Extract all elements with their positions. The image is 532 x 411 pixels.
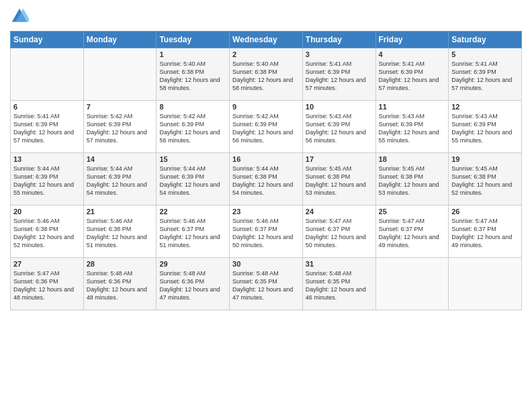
day-cell: 8Sunrise: 5:42 AMSunset: 6:39 PMDaylight… (157, 101, 230, 153)
calendar-table: SundayMondayTuesdayWednesdayThursdayFrid… (10, 31, 522, 310)
day-number: 14 (87, 155, 154, 163)
day-cell: 20Sunrise: 5:46 AMSunset: 6:38 PMDayligh… (11, 205, 84, 258)
day-number: 13 (13, 155, 81, 163)
week-row-5: 27Sunrise: 5:47 AMSunset: 6:36 PMDayligh… (11, 258, 522, 310)
day-info: Sunrise: 5:42 AMSunset: 6:39 PMDaylight:… (159, 112, 226, 145)
day-number: 28 (87, 260, 154, 268)
header-thursday: Thursday (302, 32, 375, 48)
day-info: Sunrise: 5:41 AMSunset: 6:39 PMDaylight:… (13, 112, 81, 145)
day-info: Sunrise: 5:40 AMSunset: 6:38 PMDaylight:… (159, 60, 226, 93)
day-info: Sunrise: 5:43 AMSunset: 6:39 PMDaylight:… (379, 112, 446, 145)
day-cell: 10Sunrise: 5:43 AMSunset: 6:39 PMDayligh… (302, 101, 375, 153)
day-info: Sunrise: 5:47 AMSunset: 6:37 PMDaylight:… (451, 217, 519, 250)
week-row-3: 13Sunrise: 5:44 AMSunset: 6:39 PMDayligh… (11, 153, 522, 205)
day-number: 2 (232, 50, 300, 58)
page: SundayMondayTuesdayWednesdayThursdayFrid… (0, 0, 532, 411)
day-info: Sunrise: 5:45 AMSunset: 6:38 PMDaylight:… (306, 165, 373, 197)
day-info: Sunrise: 5:42 AMSunset: 6:39 PMDaylight:… (232, 112, 300, 145)
day-number: 11 (379, 103, 446, 111)
day-info: Sunrise: 5:48 AMSunset: 6:35 PMDaylight:… (306, 269, 373, 302)
day-info: Sunrise: 5:46 AMSunset: 6:38 PMDaylight:… (87, 217, 154, 250)
day-cell: 1Sunrise: 5:40 AMSunset: 6:38 PMDaylight… (157, 48, 230, 101)
day-number: 21 (87, 208, 154, 216)
day-info: Sunrise: 5:48 AMSunset: 6:35 PMDaylight:… (232, 269, 300, 302)
day-number: 3 (306, 50, 373, 58)
day-number: 29 (159, 260, 226, 268)
day-number: 30 (232, 260, 300, 268)
day-info: Sunrise: 5:46 AMSunset: 6:38 PMDaylight:… (13, 217, 81, 250)
week-row-1: 1Sunrise: 5:40 AMSunset: 6:38 PMDaylight… (11, 48, 522, 101)
header (10, 7, 522, 26)
day-number: 7 (87, 103, 154, 111)
day-cell: 2Sunrise: 5:40 AMSunset: 6:38 PMDaylight… (230, 48, 303, 101)
day-number: 9 (232, 103, 300, 111)
header-tuesday: Tuesday (157, 32, 230, 48)
day-info: Sunrise: 5:40 AMSunset: 6:38 PMDaylight:… (232, 60, 300, 93)
day-info: Sunrise: 5:44 AMSunset: 6:39 PMDaylight:… (87, 165, 154, 197)
day-cell: 22Sunrise: 5:46 AMSunset: 6:37 PMDayligh… (157, 205, 230, 258)
day-cell: 6Sunrise: 5:41 AMSunset: 6:39 PMDaylight… (11, 101, 84, 153)
logo (10, 7, 30, 26)
day-info: Sunrise: 5:45 AMSunset: 6:38 PMDaylight:… (451, 165, 519, 197)
day-cell: 7Sunrise: 5:42 AMSunset: 6:39 PMDaylight… (83, 101, 157, 153)
week-row-4: 20Sunrise: 5:46 AMSunset: 6:38 PMDayligh… (11, 205, 522, 258)
day-number: 24 (306, 208, 373, 216)
day-number: 25 (379, 208, 446, 216)
day-cell (449, 258, 522, 310)
day-info: Sunrise: 5:43 AMSunset: 6:39 PMDaylight:… (451, 112, 519, 145)
day-cell: 11Sunrise: 5:43 AMSunset: 6:39 PMDayligh… (375, 101, 449, 153)
day-info: Sunrise: 5:45 AMSunset: 6:38 PMDaylight:… (379, 165, 446, 197)
header-sunday: Sunday (11, 32, 84, 48)
day-info: Sunrise: 5:47 AMSunset: 6:37 PMDaylight:… (379, 217, 446, 250)
day-cell (375, 258, 449, 310)
day-cell: 14Sunrise: 5:44 AMSunset: 6:39 PMDayligh… (83, 153, 157, 205)
day-info: Sunrise: 5:44 AMSunset: 6:39 PMDaylight:… (13, 165, 81, 197)
day-number: 5 (451, 50, 519, 58)
day-cell: 16Sunrise: 5:44 AMSunset: 6:38 PMDayligh… (230, 153, 303, 205)
day-cell: 4Sunrise: 5:41 AMSunset: 6:39 PMDaylight… (375, 48, 449, 101)
day-cell: 31Sunrise: 5:48 AMSunset: 6:35 PMDayligh… (302, 258, 375, 310)
header-wednesday: Wednesday (230, 32, 303, 48)
day-cell: 5Sunrise: 5:41 AMSunset: 6:39 PMDaylight… (449, 48, 522, 101)
day-cell: 9Sunrise: 5:42 AMSunset: 6:39 PMDaylight… (230, 101, 303, 153)
week-row-2: 6Sunrise: 5:41 AMSunset: 6:39 PMDaylight… (11, 101, 522, 153)
day-number: 8 (159, 103, 226, 111)
day-number: 20 (13, 208, 81, 216)
day-number: 26 (451, 208, 519, 216)
day-number: 12 (451, 103, 519, 111)
day-cell (83, 48, 157, 101)
day-cell (11, 48, 84, 101)
day-info: Sunrise: 5:41 AMSunset: 6:39 PMDaylight:… (306, 60, 373, 93)
day-cell: 12Sunrise: 5:43 AMSunset: 6:39 PMDayligh… (449, 101, 522, 153)
day-cell: 21Sunrise: 5:46 AMSunset: 6:38 PMDayligh… (83, 205, 157, 258)
day-cell: 19Sunrise: 5:45 AMSunset: 6:38 PMDayligh… (449, 153, 522, 205)
day-info: Sunrise: 5:47 AMSunset: 6:36 PMDaylight:… (13, 269, 81, 302)
day-info: Sunrise: 5:43 AMSunset: 6:39 PMDaylight:… (306, 112, 373, 145)
day-number: 18 (379, 155, 446, 163)
day-info: Sunrise: 5:48 AMSunset: 6:36 PMDaylight:… (159, 269, 226, 302)
day-cell: 3Sunrise: 5:41 AMSunset: 6:39 PMDaylight… (302, 48, 375, 101)
day-cell: 26Sunrise: 5:47 AMSunset: 6:37 PMDayligh… (449, 205, 522, 258)
day-number: 15 (159, 155, 226, 163)
day-info: Sunrise: 5:41 AMSunset: 6:39 PMDaylight:… (379, 60, 446, 93)
day-number: 27 (13, 260, 81, 268)
header-saturday: Saturday (449, 32, 522, 48)
day-info: Sunrise: 5:42 AMSunset: 6:39 PMDaylight:… (87, 112, 154, 145)
header-monday: Monday (83, 32, 157, 48)
day-info: Sunrise: 5:44 AMSunset: 6:38 PMDaylight:… (232, 165, 300, 197)
day-number: 31 (306, 260, 373, 268)
day-cell: 23Sunrise: 5:46 AMSunset: 6:37 PMDayligh… (230, 205, 303, 258)
day-info: Sunrise: 5:48 AMSunset: 6:36 PMDaylight:… (87, 269, 154, 302)
day-cell: 17Sunrise: 5:45 AMSunset: 6:38 PMDayligh… (302, 153, 375, 205)
day-number: 17 (306, 155, 373, 163)
day-number: 6 (13, 103, 81, 111)
day-cell: 27Sunrise: 5:47 AMSunset: 6:36 PMDayligh… (11, 258, 84, 310)
day-number: 1 (159, 50, 226, 58)
day-cell: 18Sunrise: 5:45 AMSunset: 6:38 PMDayligh… (375, 153, 449, 205)
day-number: 19 (451, 155, 519, 163)
day-info: Sunrise: 5:44 AMSunset: 6:39 PMDaylight:… (159, 165, 226, 197)
day-cell: 30Sunrise: 5:48 AMSunset: 6:35 PMDayligh… (230, 258, 303, 310)
day-info: Sunrise: 5:41 AMSunset: 6:39 PMDaylight:… (451, 60, 519, 93)
day-cell: 28Sunrise: 5:48 AMSunset: 6:36 PMDayligh… (83, 258, 157, 310)
day-number: 10 (306, 103, 373, 111)
